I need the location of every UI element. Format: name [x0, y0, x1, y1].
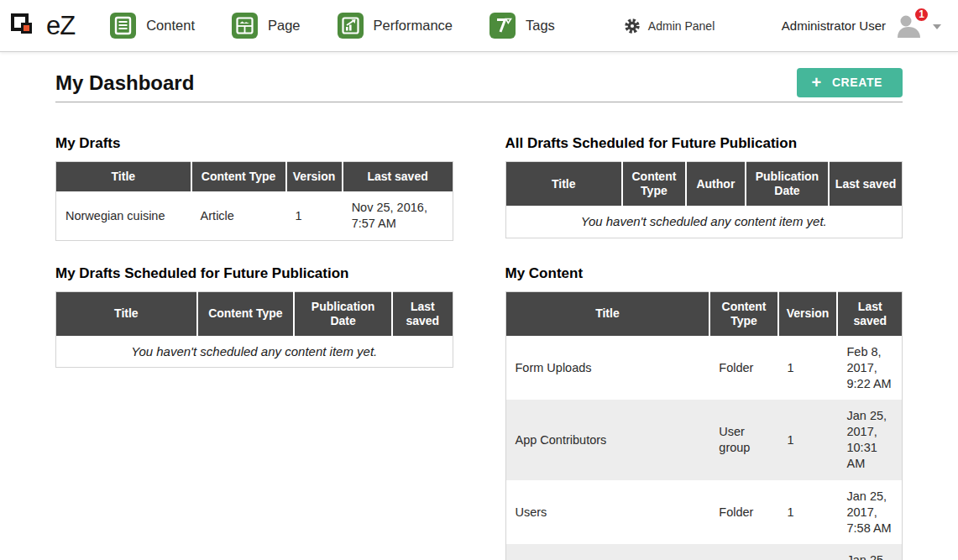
section-all-drafts-scheduled: All Drafts Scheduled for Future Publicat… [505, 135, 903, 238]
table-cell: App [505, 544, 709, 560]
column-header: Author [686, 162, 746, 207]
section-my-drafts-scheduled: My Drafts Scheduled for Future Publicati… [55, 265, 453, 369]
table-cell: 1 [286, 191, 343, 240]
nav-label-tags: Tags [526, 18, 555, 34]
table-cell: Article [191, 191, 286, 240]
user-menu[interactable]: Administrator User 1 [782, 13, 941, 39]
all-drafts-scheduled-title: All Drafts Scheduled for Future Publicat… [505, 135, 903, 152]
table-cell: Form Uploads [505, 336, 709, 400]
my-content-title: My Content [505, 265, 903, 282]
column-header: Title [56, 162, 191, 192]
logo-orange-square [21, 23, 32, 34]
nav-item-tags[interactable]: Tags [489, 13, 555, 39]
table-row[interactable]: AppFolder1Jan 25, 2017, 7:55 AM [505, 544, 903, 560]
chevron-down-icon [933, 24, 941, 29]
table-cell: Jan 25, 2017, 10:31 AM [837, 400, 902, 479]
column-header: Last saved [837, 291, 902, 336]
column-header: Content Type [191, 162, 286, 192]
table-cell: Folder [709, 544, 777, 560]
table-cell: 1 [778, 544, 838, 560]
column-header: Publication Date [746, 162, 829, 207]
column-header: Content Type [709, 291, 777, 336]
table-cell: Jan 25, 2017, 7:55 AM [837, 544, 902, 560]
column-header: Last saved [829, 162, 902, 207]
data-table: TitleContent TypeVersionLast savedForm U… [505, 291, 903, 560]
nav-label-content: Content [146, 18, 195, 34]
ez-logo[interactable]: eZ [8, 8, 75, 44]
create-button-label: CREATE [832, 76, 882, 89]
table-cell: User group [709, 400, 777, 479]
table-cell: Folder [709, 480, 777, 545]
all-drafts-scheduled-table: TitleContent TypeAuthorPublication DateL… [505, 161, 903, 238]
column-header: Publication Date [294, 291, 392, 336]
table-row[interactable]: Norwegian cuisineArticle1Nov 25, 2016, 7… [56, 191, 453, 240]
page-header: My Dashboard + CREATE [55, 68, 903, 102]
my-drafts-scheduled-table: TitleContent TypePublication DateLast sa… [55, 291, 453, 369]
table-row[interactable]: App ContributorsUser group1Jan 25, 2017,… [505, 400, 903, 479]
nav-item-page[interactable]: Page [232, 13, 301, 39]
my-content-table: TitleContent TypeVersionLast savedForm U… [505, 291, 903, 560]
table-cell: Norwegian cuisine [56, 191, 191, 240]
table-cell: Feb 8, 2017, 9:22 AM [837, 336, 902, 400]
nav-item-performance[interactable]: Performance [338, 13, 453, 39]
column-header: Content Type [622, 162, 686, 207]
table-cell: Jan 25, 2017, 7:58 AM [837, 480, 902, 545]
column-header: Content Type [197, 291, 294, 336]
table-cell: Users [505, 480, 709, 545]
table-header-row: TitleContent TypePublication DateLast sa… [56, 291, 453, 336]
tag-icon [489, 13, 516, 39]
empty-row: You haven't scheduled any content item y… [56, 336, 453, 368]
my-drafts-table: TitleContent TypeVersionLast savedNorweg… [55, 161, 453, 241]
nav-label-page: Page [268, 18, 301, 34]
plus-icon: + [812, 76, 822, 88]
table-cell: Folder [709, 336, 777, 400]
table-row[interactable]: Form UploadsFolder1Feb 8, 2017, 9:22 AM [505, 336, 903, 400]
empty-row: You haven't scheduled any content item y… [505, 206, 903, 238]
table-header-row: TitleContent TypeAuthorPublication DateL… [505, 162, 903, 207]
page-icon [232, 13, 258, 39]
column-header: Title [505, 291, 709, 336]
table-header-row: TitleContent TypeVersionLast saved [505, 291, 903, 336]
column-header: Version [778, 291, 838, 336]
create-button[interactable]: + CREATE [797, 68, 903, 97]
content-icon [110, 13, 136, 39]
column-header: Title [56, 291, 197, 336]
ez-logo-icon [8, 8, 42, 44]
column-header: Title [505, 162, 622, 207]
admin-panel-button[interactable]: Admin Panel [624, 18, 715, 34]
main-nav: Content Page [110, 13, 555, 39]
section-my-drafts: My Drafts TitleContent TypeVersionLast s… [55, 135, 453, 241]
data-table: TitleContent TypeVersionLast savedNorweg… [55, 161, 453, 241]
empty-message: You haven't scheduled any content item y… [505, 206, 903, 238]
data-table: TitleContent TypePublication DateLast sa… [55, 291, 453, 369]
ez-logo-text: eZ [46, 11, 75, 41]
performance-icon [338, 13, 364, 39]
section-my-content: My Content TitleContent TypeVersionLast … [505, 265, 903, 560]
top-bar: eZ Content Pag [0, 0, 958, 52]
my-drafts-scheduled-title: My Drafts Scheduled for Future Publicati… [55, 265, 453, 282]
dashboard-grid: My Drafts TitleContent TypeVersionLast s… [55, 135, 903, 560]
gear-icon [624, 18, 641, 34]
table-row[interactable]: UsersFolder1Jan 25, 2017, 7:58 AM [505, 480, 903, 545]
nav-item-content[interactable]: Content [110, 13, 195, 39]
column-header: Last saved [343, 162, 453, 192]
notification-badge[interactable]: 1 [914, 7, 929, 23]
data-table: TitleContent TypeAuthorPublication DateL… [505, 161, 903, 238]
column-header: Version [286, 162, 343, 192]
avatar: 1 [894, 13, 924, 39]
table-cell: Nov 25, 2016, 7:57 AM [343, 191, 453, 240]
table-cell: 1 [778, 336, 838, 400]
admin-panel-label: Admin Panel [648, 19, 715, 33]
page-title: My Dashboard [55, 71, 194, 95]
table-cell: 1 [778, 400, 838, 479]
table-cell: 1 [778, 480, 838, 545]
my-drafts-title: My Drafts [55, 135, 453, 152]
column-header: Last saved [392, 291, 453, 336]
dashboard-page: My Dashboard + CREATE My Drafts TitleCon… [0, 68, 958, 560]
table-cell: App Contributors [505, 400, 709, 479]
empty-message: You haven't scheduled any content item y… [56, 336, 453, 368]
nav-label-performance: Performance [374, 18, 453, 34]
user-name: Administrator User [782, 18, 886, 33]
table-header-row: TitleContent TypeVersionLast saved [56, 162, 453, 192]
